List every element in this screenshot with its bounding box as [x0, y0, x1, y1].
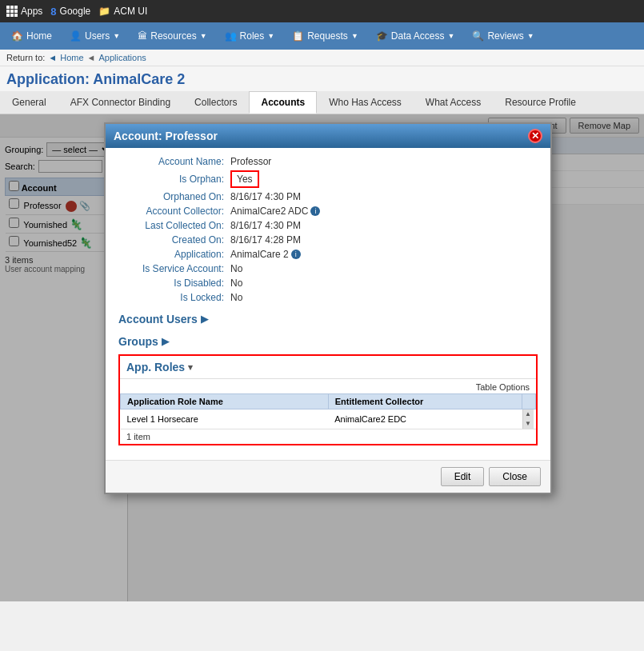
last-collected-label: Last Collected On:: [118, 220, 230, 231]
roles-table: Application Role Name Entitlement Collec…: [120, 393, 536, 429]
scroll-col-header: [522, 394, 536, 409]
is-orphan-label: Is Orphan:: [118, 174, 230, 185]
nav-resources[interactable]: 🏛 Resources ▼: [130, 27, 214, 45]
edit-button[interactable]: Edit: [441, 467, 485, 486]
tab-who-has-access[interactable]: Who Has Access: [317, 91, 414, 114]
nav-requests[interactable]: 📋 Requests ▼: [284, 27, 366, 45]
nav-reviews[interactable]: 🔍 Reviews ▼: [464, 27, 542, 45]
users-dropdown-icon: ▼: [113, 32, 120, 40]
tab-collectors[interactable]: Collectors: [182, 91, 249, 114]
application-info-icon: i: [291, 250, 301, 259]
nav-roles[interactable]: 👥 Roles ▼: [217, 27, 283, 45]
top-bar: Apps 8 Google 📁 ACM UI: [0, 0, 644, 22]
is-service-label: Is Service Account:: [118, 263, 230, 274]
reviews-icon: 🔍: [472, 30, 484, 42]
is-locked-label: Is Locked:: [118, 292, 230, 303]
breadcrumb-apps-link[interactable]: Applications: [98, 53, 146, 62]
orphaned-on-label: Orphaned On:: [118, 191, 230, 202]
apps-grid-icon: [6, 6, 18, 17]
nav-bar: 🏠 Home 👤 Users ▼ 🏛 Resources ▼ 👥 Roles ▼…: [0, 22, 644, 50]
tab-bar: General AFX Connector Binding Collectors…: [0, 91, 644, 114]
requests-icon: 📋: [292, 30, 304, 42]
reviews-dropdown-icon: ▼: [527, 32, 534, 40]
resources-dropdown-icon: ▼: [200, 32, 207, 40]
acm-label: ACM UI: [114, 6, 147, 17]
roles-dropdown-icon: ▼: [267, 32, 274, 40]
data-access-icon: 🎓: [376, 30, 388, 42]
groups-title: Groups: [118, 335, 158, 348]
account-name-value: Professor: [230, 156, 271, 167]
is-service-value: No: [230, 263, 242, 274]
role-name-cell: Level 1 Horsecare: [121, 409, 329, 429]
app-roles-box: App. Roles ▾ Table Options Application R…: [118, 354, 538, 445]
users-icon: 👤: [70, 30, 82, 42]
account-users-title: Account Users: [118, 313, 198, 326]
modal-title: Account: Professor: [114, 130, 218, 142]
created-on-row: Created On: 8/16/17 4:28 PM: [118, 234, 538, 246]
is-disabled-label: Is Disabled:: [118, 278, 230, 289]
nav-home[interactable]: 🏠 Home: [3, 27, 60, 45]
created-on-label: Created On:: [118, 234, 230, 246]
roles-count: 1 item: [120, 429, 536, 444]
table-options-row: Table Options: [120, 381, 536, 393]
account-collector-info-icon: i: [310, 206, 320, 216]
table-options-label: Table Options: [476, 382, 530, 392]
is-orphan-value: Yes: [230, 170, 259, 188]
is-locked-row: Is Locked: No: [118, 292, 538, 303]
modal-footer: Edit Close: [106, 460, 550, 493]
role-name-col-header: Application Role Name: [121, 394, 329, 409]
apps-launcher[interactable]: Apps: [6, 6, 42, 17]
entitlement-col-header: Entitlement Collector: [328, 394, 522, 409]
google-link[interactable]: 8 Google: [50, 6, 90, 18]
requests-dropdown-icon: ▼: [351, 32, 358, 40]
is-disabled-row: Is Disabled: No: [118, 278, 538, 289]
app-roles-title: App. Roles: [126, 361, 185, 373]
tab-resource-profile[interactable]: Resource Profile: [493, 91, 588, 114]
modal: Account: Professor ✕ Account Name: Profe…: [104, 122, 552, 494]
close-button[interactable]: Close: [489, 467, 541, 486]
tab-afx[interactable]: AFX Connector Binding: [58, 91, 182, 114]
is-disabled-value: No: [230, 278, 242, 289]
content-area: Create Account Remove Map Grouping: — se…: [0, 114, 644, 601]
tab-general[interactable]: General: [0, 91, 58, 114]
modal-close-button[interactable]: ✕: [528, 129, 542, 143]
tab-what-access[interactable]: What Access: [414, 91, 493, 114]
groups-section[interactable]: Groups ▶: [118, 335, 538, 348]
nav-users[interactable]: 👤 Users ▼: [62, 27, 128, 45]
account-collector-label: Account Collector:: [118, 206, 230, 217]
acm-link[interactable]: 📁 ACM UI: [98, 6, 147, 17]
roles-icon: 👥: [225, 30, 237, 42]
resources-icon: 🏛: [138, 30, 147, 42]
modal-header: Account: Professor ✕: [106, 124, 550, 148]
modal-body: Account Name: Professor Is Orphan: Yes O…: [106, 148, 550, 460]
data-access-dropdown-icon: ▼: [448, 32, 455, 40]
home-icon: 🏠: [11, 30, 23, 42]
page-title: Application: AnimalCare 2: [0, 66, 644, 91]
orphaned-on-value: 8/16/17 4:30 PM: [230, 191, 301, 202]
account-name-row: Account Name: Professor: [118, 156, 538, 167]
account-users-section[interactable]: Account Users ▶: [118, 313, 538, 326]
apps-label: Apps: [21, 6, 42, 17]
is-orphan-row: Is Orphan: Yes: [118, 170, 538, 188]
tab-accounts[interactable]: Accounts: [249, 91, 317, 114]
orphaned-on-row: Orphaned On: 8/16/17 4:30 PM: [118, 191, 538, 202]
groups-expand-icon: ▶: [162, 336, 169, 347]
account-collector-row: Account Collector: AnimalCare2 ADC i: [118, 206, 538, 217]
app-roles-dropdown-icon: ▾: [188, 362, 193, 373]
nav-data-access[interactable]: 🎓 Data Access ▼: [368, 27, 463, 45]
app-roles-header: App. Roles ▾: [120, 356, 536, 378]
is-locked-value: No: [230, 292, 242, 303]
last-collected-row: Last Collected On: 8/16/17 4:30 PM: [118, 220, 538, 231]
roles-table-row[interactable]: Level 1 Horsecare AnimalCare2 EDC ▲ ▼: [121, 409, 536, 429]
account-name-label: Account Name:: [118, 156, 230, 167]
application-row: Application: AnimalCare 2 i: [118, 249, 538, 260]
account-users-expand-icon: ▶: [201, 314, 208, 325]
is-service-row: Is Service Account: No: [118, 263, 538, 274]
breadcrumb-home-link[interactable]: Home: [60, 53, 83, 62]
entitlement-cell: AnimalCare2 EDC: [328, 409, 522, 429]
application-label: Application:: [118, 249, 230, 260]
breadcrumb: Return to: ◄ Home ◄ Applications: [0, 50, 644, 66]
account-collector-value: AnimalCare2 ADC: [230, 206, 308, 217]
breadcrumb-sep: ◄: [87, 53, 96, 62]
google-label: Google: [60, 6, 91, 17]
